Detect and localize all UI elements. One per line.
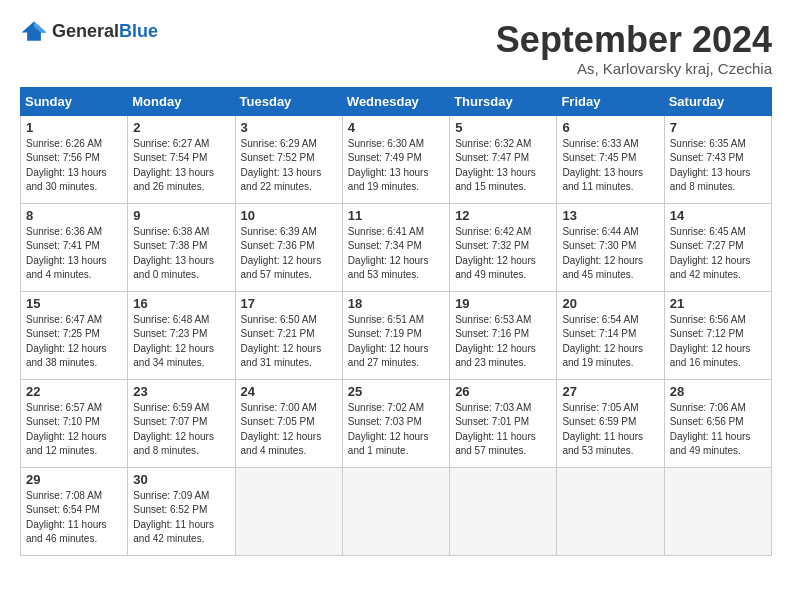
month-title: September 2024 xyxy=(496,20,772,60)
day-number: 24 xyxy=(241,384,337,399)
day-number: 7 xyxy=(670,120,766,135)
calendar-cell: 27Sunrise: 7:05 AM Sunset: 6:59 PM Dayli… xyxy=(557,379,664,467)
calendar-cell: 1Sunrise: 6:26 AM Sunset: 7:56 PM Daylig… xyxy=(21,115,128,203)
day-number: 27 xyxy=(562,384,658,399)
calendar-cell: 13Sunrise: 6:44 AM Sunset: 7:30 PM Dayli… xyxy=(557,203,664,291)
calendar-cell: 28Sunrise: 7:06 AM Sunset: 6:56 PM Dayli… xyxy=(664,379,771,467)
day-number: 28 xyxy=(670,384,766,399)
day-number: 10 xyxy=(241,208,337,223)
cell-details: Sunrise: 6:32 AM Sunset: 7:47 PM Dayligh… xyxy=(455,137,551,195)
weekday-monday: Monday xyxy=(128,87,235,115)
calendar-cell xyxy=(450,467,557,555)
weekday-wednesday: Wednesday xyxy=(342,87,449,115)
cell-details: Sunrise: 7:03 AM Sunset: 7:01 PM Dayligh… xyxy=(455,401,551,459)
calendar-cell: 18Sunrise: 6:51 AM Sunset: 7:19 PM Dayli… xyxy=(342,291,449,379)
calendar-cell: 25Sunrise: 7:02 AM Sunset: 7:03 PM Dayli… xyxy=(342,379,449,467)
calendar-cell: 20Sunrise: 6:54 AM Sunset: 7:14 PM Dayli… xyxy=(557,291,664,379)
weekday-tuesday: Tuesday xyxy=(235,87,342,115)
cell-details: Sunrise: 6:53 AM Sunset: 7:16 PM Dayligh… xyxy=(455,313,551,371)
cell-details: Sunrise: 6:41 AM Sunset: 7:34 PM Dayligh… xyxy=(348,225,444,283)
day-number: 23 xyxy=(133,384,229,399)
calendar-body: 1Sunrise: 6:26 AM Sunset: 7:56 PM Daylig… xyxy=(21,115,772,555)
weekday-header-row: SundayMondayTuesdayWednesdayThursdayFrid… xyxy=(21,87,772,115)
calendar-cell: 2Sunrise: 6:27 AM Sunset: 7:54 PM Daylig… xyxy=(128,115,235,203)
calendar-row: 8Sunrise: 6:36 AM Sunset: 7:41 PM Daylig… xyxy=(21,203,772,291)
calendar-cell: 19Sunrise: 6:53 AM Sunset: 7:16 PM Dayli… xyxy=(450,291,557,379)
calendar-cell: 7Sunrise: 6:35 AM Sunset: 7:43 PM Daylig… xyxy=(664,115,771,203)
cell-details: Sunrise: 6:33 AM Sunset: 7:45 PM Dayligh… xyxy=(562,137,658,195)
day-number: 5 xyxy=(455,120,551,135)
cell-details: Sunrise: 6:36 AM Sunset: 7:41 PM Dayligh… xyxy=(26,225,122,283)
calendar-row: 29Sunrise: 7:08 AM Sunset: 6:54 PM Dayli… xyxy=(21,467,772,555)
day-number: 9 xyxy=(133,208,229,223)
calendar-cell: 15Sunrise: 6:47 AM Sunset: 7:25 PM Dayli… xyxy=(21,291,128,379)
calendar-cell xyxy=(235,467,342,555)
calendar-cell: 10Sunrise: 6:39 AM Sunset: 7:36 PM Dayli… xyxy=(235,203,342,291)
calendar-cell: 23Sunrise: 6:59 AM Sunset: 7:07 PM Dayli… xyxy=(128,379,235,467)
weekday-thursday: Thursday xyxy=(450,87,557,115)
day-number: 22 xyxy=(26,384,122,399)
cell-details: Sunrise: 7:09 AM Sunset: 6:52 PM Dayligh… xyxy=(133,489,229,547)
calendar-cell: 21Sunrise: 6:56 AM Sunset: 7:12 PM Dayli… xyxy=(664,291,771,379)
day-number: 16 xyxy=(133,296,229,311)
calendar-row: 1Sunrise: 6:26 AM Sunset: 7:56 PM Daylig… xyxy=(21,115,772,203)
calendar-cell: 4Sunrise: 6:30 AM Sunset: 7:49 PM Daylig… xyxy=(342,115,449,203)
cell-details: Sunrise: 6:59 AM Sunset: 7:07 PM Dayligh… xyxy=(133,401,229,459)
day-number: 11 xyxy=(348,208,444,223)
calendar-cell: 9Sunrise: 6:38 AM Sunset: 7:38 PM Daylig… xyxy=(128,203,235,291)
day-number: 29 xyxy=(26,472,122,487)
weekday-saturday: Saturday xyxy=(664,87,771,115)
calendar-row: 15Sunrise: 6:47 AM Sunset: 7:25 PM Dayli… xyxy=(21,291,772,379)
day-number: 12 xyxy=(455,208,551,223)
day-number: 18 xyxy=(348,296,444,311)
calendar-cell: 5Sunrise: 6:32 AM Sunset: 7:47 PM Daylig… xyxy=(450,115,557,203)
cell-details: Sunrise: 6:30 AM Sunset: 7:49 PM Dayligh… xyxy=(348,137,444,195)
calendar-cell: 6Sunrise: 6:33 AM Sunset: 7:45 PM Daylig… xyxy=(557,115,664,203)
cell-details: Sunrise: 6:48 AM Sunset: 7:23 PM Dayligh… xyxy=(133,313,229,371)
calendar-cell: 30Sunrise: 7:09 AM Sunset: 6:52 PM Dayli… xyxy=(128,467,235,555)
cell-details: Sunrise: 7:08 AM Sunset: 6:54 PM Dayligh… xyxy=(26,489,122,547)
day-number: 25 xyxy=(348,384,444,399)
cell-details: Sunrise: 6:27 AM Sunset: 7:54 PM Dayligh… xyxy=(133,137,229,195)
calendar-cell xyxy=(664,467,771,555)
day-number: 6 xyxy=(562,120,658,135)
title-area: September 2024 As, Karlovarsky kraj, Cze… xyxy=(496,20,772,77)
day-number: 15 xyxy=(26,296,122,311)
cell-details: Sunrise: 6:39 AM Sunset: 7:36 PM Dayligh… xyxy=(241,225,337,283)
cell-details: Sunrise: 6:44 AM Sunset: 7:30 PM Dayligh… xyxy=(562,225,658,283)
calendar-cell: 14Sunrise: 6:45 AM Sunset: 7:27 PM Dayli… xyxy=(664,203,771,291)
calendar-cell xyxy=(557,467,664,555)
cell-details: Sunrise: 6:57 AM Sunset: 7:10 PM Dayligh… xyxy=(26,401,122,459)
day-number: 13 xyxy=(562,208,658,223)
logo-general: General xyxy=(52,21,119,41)
calendar-cell: 24Sunrise: 7:00 AM Sunset: 7:05 PM Dayli… xyxy=(235,379,342,467)
calendar-cell: 12Sunrise: 6:42 AM Sunset: 7:32 PM Dayli… xyxy=(450,203,557,291)
day-number: 19 xyxy=(455,296,551,311)
cell-details: Sunrise: 6:50 AM Sunset: 7:21 PM Dayligh… xyxy=(241,313,337,371)
weekday-sunday: Sunday xyxy=(21,87,128,115)
calendar-cell: 29Sunrise: 7:08 AM Sunset: 6:54 PM Dayli… xyxy=(21,467,128,555)
calendar: SundayMondayTuesdayWednesdayThursdayFrid… xyxy=(20,87,772,556)
cell-details: Sunrise: 7:06 AM Sunset: 6:56 PM Dayligh… xyxy=(670,401,766,459)
calendar-cell: 3Sunrise: 6:29 AM Sunset: 7:52 PM Daylig… xyxy=(235,115,342,203)
cell-details: Sunrise: 6:54 AM Sunset: 7:14 PM Dayligh… xyxy=(562,313,658,371)
calendar-cell: 11Sunrise: 6:41 AM Sunset: 7:34 PM Dayli… xyxy=(342,203,449,291)
cell-details: Sunrise: 6:45 AM Sunset: 7:27 PM Dayligh… xyxy=(670,225,766,283)
day-number: 1 xyxy=(26,120,122,135)
cell-details: Sunrise: 6:35 AM Sunset: 7:43 PM Dayligh… xyxy=(670,137,766,195)
cell-details: Sunrise: 6:26 AM Sunset: 7:56 PM Dayligh… xyxy=(26,137,122,195)
day-number: 20 xyxy=(562,296,658,311)
day-number: 17 xyxy=(241,296,337,311)
day-number: 3 xyxy=(241,120,337,135)
cell-details: Sunrise: 6:42 AM Sunset: 7:32 PM Dayligh… xyxy=(455,225,551,283)
cell-details: Sunrise: 6:56 AM Sunset: 7:12 PM Dayligh… xyxy=(670,313,766,371)
calendar-cell: 22Sunrise: 6:57 AM Sunset: 7:10 PM Dayli… xyxy=(21,379,128,467)
cell-details: Sunrise: 6:29 AM Sunset: 7:52 PM Dayligh… xyxy=(241,137,337,195)
logo-text: GeneralBlue xyxy=(52,21,158,42)
cell-details: Sunrise: 7:02 AM Sunset: 7:03 PM Dayligh… xyxy=(348,401,444,459)
weekday-friday: Friday xyxy=(557,87,664,115)
cell-details: Sunrise: 7:05 AM Sunset: 6:59 PM Dayligh… xyxy=(562,401,658,459)
day-number: 21 xyxy=(670,296,766,311)
day-number: 4 xyxy=(348,120,444,135)
calendar-row: 22Sunrise: 6:57 AM Sunset: 7:10 PM Dayli… xyxy=(21,379,772,467)
